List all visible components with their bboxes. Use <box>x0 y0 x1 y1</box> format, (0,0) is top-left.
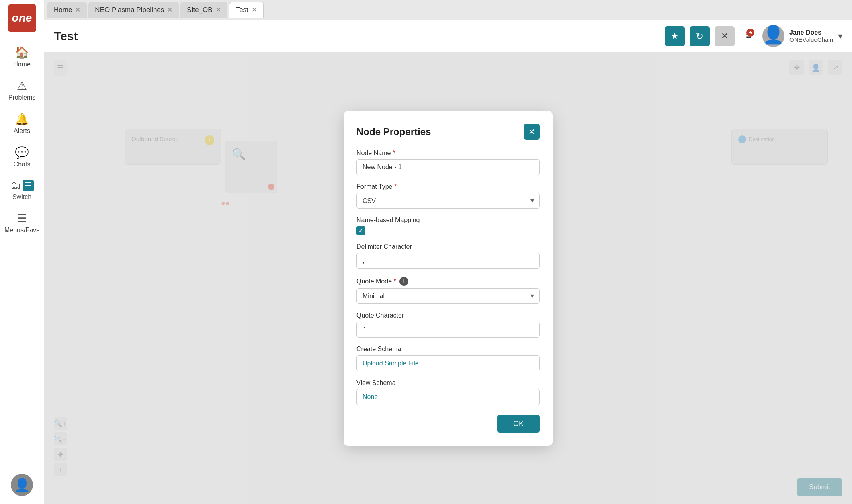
header-menu-button[interactable]: ≡ ★ <box>746 31 751 41</box>
sidebar-item-label-switch: Switch <box>12 193 31 201</box>
user-avatar: 👤 <box>762 25 784 47</box>
user-details: Jane Does ONEValueChain <box>789 29 833 43</box>
required-star-3: * <box>394 277 396 284</box>
tab-home[interactable]: Home ✕ <box>47 2 87 18</box>
create-schema-label: Create Schema <box>356 346 540 353</box>
quote-mode-group: Quote Mode * i Minimal All Non-Numeric N… <box>356 277 540 304</box>
tab-test[interactable]: Test ✕ <box>229 2 264 18</box>
quote-character-input[interactable] <box>356 322 540 338</box>
checkmark-icon: ✓ <box>358 227 364 234</box>
tab-site-ob-label: Site_OB <box>187 6 212 14</box>
quote-character-label: Quote Character <box>356 312 540 319</box>
required-star-2: * <box>394 183 397 190</box>
tab-test-close[interactable]: ✕ <box>252 7 257 13</box>
modal-close-icon: ✕ <box>528 127 535 137</box>
close-icon: ✕ <box>721 31 728 41</box>
refresh-icon: ↻ <box>696 31 704 42</box>
sidebar-item-problems[interactable]: ⚠ Problems <box>0 74 44 107</box>
favorite-button[interactable]: ★ <box>665 26 685 46</box>
sidebar: one 🏠 Home ⚠ Problems 🔔 Alerts 💬 Chats 🗂… <box>0 0 44 504</box>
required-star: * <box>393 150 395 156</box>
sidebar-item-label-alerts: Alerts <box>14 127 30 135</box>
logo-text: one <box>12 12 32 25</box>
checkbox-wrapper: ✓ <box>356 226 540 235</box>
tab-neo[interactable]: NEO Plasma Pipelines ✕ <box>88 2 179 18</box>
tab-bar: Home ✕ NEO Plasma Pipelines ✕ Site_OB ✕ … <box>44 0 852 20</box>
modal-footer: OK <box>356 415 540 433</box>
quote-character-group: Quote Character <box>356 312 540 338</box>
switch-icon-2: ☰ <box>23 180 34 191</box>
tab-site-ob-close[interactable]: ✕ <box>216 7 221 13</box>
format-type-group: Format Type * CSV JSON XML Parquet <box>356 183 540 209</box>
quote-mode-label: Quote Mode * i <box>356 277 540 286</box>
tab-test-label: Test <box>236 6 248 14</box>
sidebar-item-home[interactable]: 🏠 Home <box>0 40 44 74</box>
delimiter-character-label: Delimiter Character <box>356 243 540 250</box>
tab-neo-close[interactable]: ✕ <box>167 7 172 13</box>
app-logo[interactable]: one <box>8 4 36 32</box>
sidebar-item-label-chats: Chats <box>14 161 31 168</box>
modal-close-button[interactable]: ✕ <box>524 124 540 140</box>
sidebar-item-switch[interactable]: 🗂 ☰ Switch <box>0 174 44 206</box>
tab-home-close[interactable]: ✕ <box>75 7 80 13</box>
delimiter-character-group: Delimiter Character <box>356 243 540 269</box>
sidebar-item-chats[interactable]: 💬 Chats <box>0 140 44 174</box>
quote-mode-select-wrapper: Minimal All Non-Numeric None <box>356 288 540 304</box>
ok-button[interactable]: OK <box>497 415 540 433</box>
quote-mode-info-icon[interactable]: i <box>399 277 408 286</box>
badge-star-icon: ★ <box>748 30 753 35</box>
chat-icon: 💬 <box>15 146 29 159</box>
header-actions: ★ ↻ ✕ ≡ ★ 👤 Jane Does ONEValueChai <box>665 25 842 47</box>
view-schema-value: None <box>363 393 378 400</box>
page-title: Test <box>54 29 665 43</box>
node-name-label: Node Name * <box>356 150 540 157</box>
format-type-select[interactable]: CSV JSON XML Parquet <box>356 193 540 209</box>
sidebar-item-label-problems: Problems <box>8 94 36 101</box>
user-dropdown-arrow[interactable]: ▾ <box>838 31 842 41</box>
view-schema-label: View Schema <box>356 379 540 387</box>
refresh-button[interactable]: ↻ <box>690 26 710 46</box>
user-name: Jane Does <box>789 29 833 36</box>
node-name-group: Node Name * <box>356 150 540 175</box>
tab-neo-label: NEO Plasma Pipelines <box>95 6 164 14</box>
name-based-mapping-group: Name-based Mapping ✓ <box>356 217 540 235</box>
content-area: ☰ Outbound Source ! 🔍 ... Destination ●●… <box>44 52 852 504</box>
home-icon: 🏠 <box>15 46 29 59</box>
delimiter-character-input[interactable] <box>356 253 540 269</box>
main-content: Home ✕ NEO Plasma Pipelines ✕ Site_OB ✕ … <box>44 0 852 504</box>
bell-icon: 🔔 <box>15 113 29 126</box>
warning-icon: ⚠ <box>17 79 27 92</box>
format-type-label: Format Type * <box>356 183 540 191</box>
sidebar-item-alerts[interactable]: 🔔 Alerts <box>0 107 44 140</box>
create-schema-field: Upload Sample File <box>356 355 540 371</box>
star-icon: ★ <box>671 31 679 41</box>
node-name-input[interactable] <box>356 159 540 175</box>
sidebar-item-menus[interactable]: ☰ Menus/Favs <box>0 206 44 240</box>
header-bar: Test ★ ↻ ✕ ≡ ★ 👤 Jane Do <box>44 20 852 52</box>
sidebar-item-label-home: Home <box>13 61 31 68</box>
sidebar-item-label-menus: Menus/Favs <box>4 227 39 234</box>
user-info: 👤 Jane Does ONEValueChain ▾ <box>762 25 842 47</box>
create-schema-group: Create Schema Upload Sample File <box>356 346 540 371</box>
modal-header: Node Properties ✕ <box>356 124 540 140</box>
notification-badge: ★ <box>746 29 754 37</box>
header-close-button[interactable]: ✕ <box>715 26 735 46</box>
modal-overlay: Node Properties ✕ Node Name * <box>44 52 852 504</box>
sidebar-bottom: 👤 <box>11 474 33 504</box>
view-schema-group: View Schema None <box>356 379 540 405</box>
menu-icon: ☰ <box>17 212 27 225</box>
view-schema-field: None <box>356 389 540 405</box>
modal-title: Node Properties <box>356 126 431 137</box>
node-properties-modal: Node Properties ✕ Node Name * <box>344 111 553 446</box>
quote-mode-select[interactable]: Minimal All Non-Numeric None <box>356 288 540 304</box>
tab-home-label: Home <box>54 6 72 14</box>
tab-site-ob[interactable]: Site_OB ✕ <box>180 2 227 18</box>
user-org: ONEValueChain <box>789 36 833 43</box>
switch-icon-1: 🗂 <box>10 179 21 192</box>
upload-sample-file-link[interactable]: Upload Sample File <box>363 360 419 367</box>
name-based-mapping-checkbox[interactable]: ✓ <box>356 226 365 235</box>
sidebar-user-avatar[interactable]: 👤 <box>11 474 33 496</box>
format-type-select-wrapper: CSV JSON XML Parquet <box>356 193 540 209</box>
name-based-mapping-label: Name-based Mapping <box>356 217 540 224</box>
